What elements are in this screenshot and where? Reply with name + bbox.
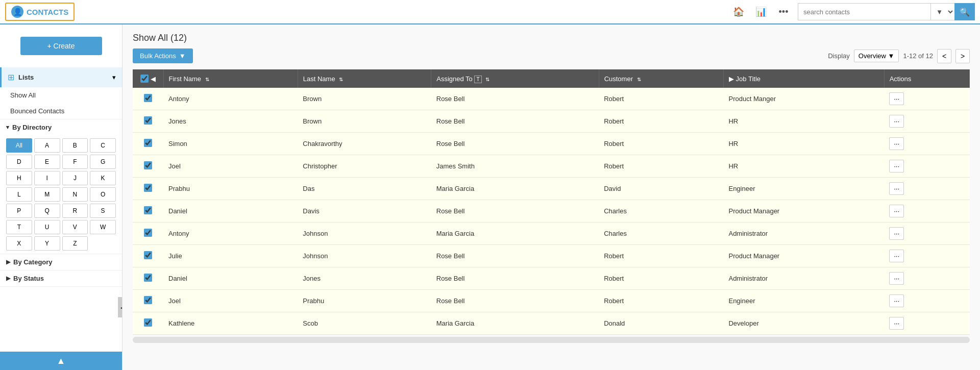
lists-header[interactable]: ⊞ Lists ▾ — [0, 67, 122, 87]
letter-e[interactable]: E — [34, 155, 60, 169]
first-name-cell: Kathlene — [163, 312, 298, 335]
letter-c[interactable]: C — [90, 138, 116, 153]
category-arrow: ▶ — [6, 259, 10, 265]
last-name-cell: Chakravorthy — [298, 133, 431, 155]
customer-cell: Robert — [599, 88, 723, 110]
letter-l[interactable]: L — [6, 187, 32, 202]
horizontal-scrollbar[interactable] — [133, 337, 970, 343]
first-name-cell: Simon — [163, 133, 298, 155]
row-actions-button[interactable]: ··· — [889, 92, 904, 105]
letter-b[interactable]: B — [62, 138, 88, 153]
row-actions-button[interactable]: ··· — [889, 272, 904, 285]
search-dropdown[interactable]: ▼ — [930, 3, 954, 20]
row-actions-button[interactable]: ··· — [889, 115, 904, 128]
letter-w[interactable]: W — [90, 220, 116, 234]
more-button[interactable]: ••• — [774, 3, 793, 21]
sidebar-collapse-toggle[interactable]: ◀ — [118, 297, 122, 317]
pagination-info: 1-12 of 12 — [903, 52, 933, 60]
row-actions-button[interactable]: ··· — [889, 205, 904, 217]
letter-u[interactable]: U — [34, 220, 60, 234]
row-checkbox[interactable] — [144, 274, 152, 282]
row-actions-button[interactable]: ··· — [889, 250, 904, 262]
letter-o[interactable]: O — [90, 187, 116, 202]
search-input[interactable] — [798, 3, 930, 20]
customer-header[interactable]: Customer ⇅ — [599, 69, 723, 88]
first-name-header[interactable]: First Name ⇅ — [163, 69, 298, 88]
row-checkbox-cell — [133, 245, 163, 267]
row-checkbox[interactable] — [144, 318, 152, 327]
bounced-contacts-link[interactable]: Bounced Contacts — [0, 103, 122, 119]
job-title-header[interactable]: ▶ Job Title — [723, 69, 884, 88]
actions-cell: ··· — [884, 312, 969, 335]
header-checkbox-col: ◀ — [133, 69, 163, 88]
row-actions-button[interactable]: ··· — [889, 182, 904, 195]
by-directory-header[interactable]: ▾ By Directory — [0, 119, 122, 135]
letter-k[interactable]: K — [90, 171, 116, 185]
row-actions-button[interactable]: ··· — [889, 227, 904, 240]
chart-button[interactable]: 📊 — [752, 3, 770, 21]
row-checkbox[interactable] — [144, 229, 152, 237]
first-name-cell: Antony — [163, 88, 298, 110]
letter-s[interactable]: S — [90, 204, 116, 218]
prev-page-button[interactable]: < — [937, 49, 951, 63]
letter-h[interactable]: H — [6, 171, 32, 185]
row-checkbox[interactable] — [144, 94, 152, 102]
row-actions-button[interactable]: ··· — [889, 160, 904, 172]
row-checkbox[interactable] — [144, 139, 152, 147]
next-page-button[interactable]: > — [955, 49, 970, 63]
letter-n[interactable]: N — [62, 187, 88, 202]
letter-j[interactable]: J — [62, 171, 88, 185]
letter-all[interactable]: All — [6, 138, 32, 153]
status-section: ▶ By Status — [0, 270, 122, 287]
create-button[interactable]: + Create — [20, 37, 102, 55]
sidebar: + Create ⊞ Lists ▾ Show All Bounced Cont… — [0, 24, 122, 370]
row-checkbox[interactable] — [144, 161, 152, 169]
customer-cell: Donald — [599, 312, 723, 335]
letter-t[interactable]: T — [6, 220, 32, 234]
row-actions-button[interactable]: ··· — [889, 137, 904, 150]
bulk-actions-button[interactable]: Bulk Actions ▼ — [133, 48, 193, 63]
row-checkbox[interactable] — [144, 296, 152, 304]
actions-cell: ··· — [884, 290, 969, 312]
job-title-cell: Administrator — [723, 223, 884, 245]
row-checkbox[interactable] — [144, 116, 152, 125]
letter-a[interactable]: A — [34, 138, 60, 153]
letter-r[interactable]: R — [62, 204, 88, 218]
home-button[interactable]: 🏠 — [729, 3, 748, 21]
overview-dropdown[interactable]: Overview ▼ — [854, 50, 899, 62]
sidebar-up-button[interactable]: ▲ — [0, 352, 122, 370]
letter-q[interactable]: Q — [34, 204, 60, 218]
letter-d[interactable]: D — [6, 155, 32, 169]
by-category-header[interactable]: ▶ By Category — [0, 254, 122, 270]
assigned-to-header[interactable]: Assigned To T ⇅ — [431, 69, 599, 88]
letter-f[interactable]: F — [62, 155, 88, 169]
search-button[interactable]: 🔍 — [954, 3, 975, 20]
letter-x[interactable]: X — [6, 236, 32, 251]
letter-m[interactable]: M — [34, 187, 60, 202]
letter-v[interactable]: V — [62, 220, 88, 234]
row-checkbox-cell — [133, 312, 163, 335]
first-name-cell: Joel — [163, 155, 298, 178]
letter-p[interactable]: P — [6, 204, 32, 218]
letter-i[interactable]: I — [34, 171, 60, 185]
row-checkbox[interactable] — [144, 206, 152, 214]
row-checkbox[interactable] — [144, 184, 152, 192]
job-title-cell: Product Manager — [723, 200, 884, 223]
lists-label: Lists — [18, 73, 112, 81]
last-name-cell: Brown — [298, 88, 431, 110]
row-checkbox[interactable] — [144, 251, 152, 259]
row-actions-button[interactable]: ··· — [889, 294, 904, 307]
row-actions-button[interactable]: ··· — [889, 317, 904, 330]
last-name-header[interactable]: Last Name ⇅ — [298, 69, 431, 88]
letter-z[interactable]: Z — [62, 236, 88, 251]
customer-cell: Robert — [599, 133, 723, 155]
contacts-logo[interactable]: 👤 CONTACTS — [5, 3, 75, 21]
letter-y[interactable]: Y — [34, 236, 60, 251]
job-title-cell: Administrator — [723, 267, 884, 290]
select-all-checkbox[interactable] — [140, 75, 149, 83]
actions-cell: ··· — [884, 133, 969, 155]
by-status-label: By Status — [13, 275, 44, 282]
letter-g[interactable]: G — [90, 155, 116, 169]
show-all-link[interactable]: Show All — [0, 87, 122, 103]
by-status-header[interactable]: ▶ By Status — [0, 270, 122, 286]
